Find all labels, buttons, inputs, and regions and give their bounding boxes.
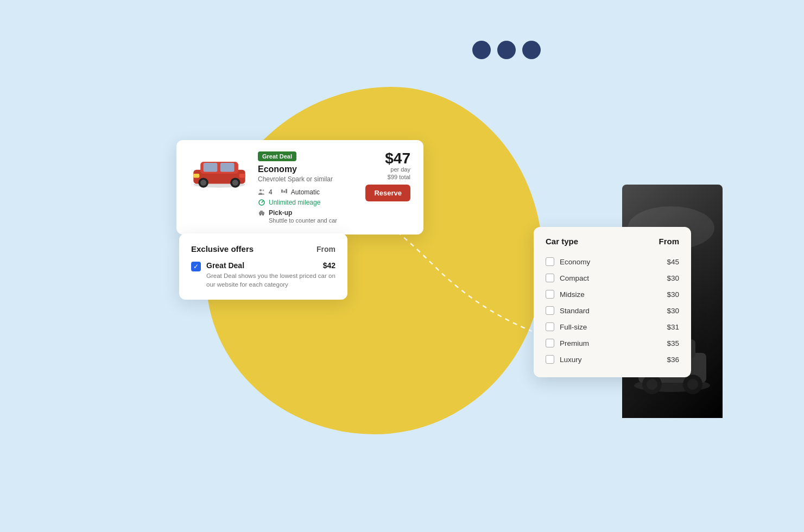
offer-description: Great Deal shows you the lowest priced c… xyxy=(206,271,335,289)
midsize-price: $30 xyxy=(667,290,679,299)
reserve-button[interactable]: Reserve xyxy=(365,185,410,201)
economy-card-content: Great Deal Economy Chevrolet Spark or si… xyxy=(258,151,353,224)
offers-title: Exclusive offers xyxy=(191,244,254,254)
midsize-checkbox[interactable] xyxy=(546,290,554,299)
compact-label: Compact xyxy=(560,274,589,282)
car-svg xyxy=(189,154,249,189)
pickup-label: Pick-up xyxy=(269,209,292,217)
svg-rect-20 xyxy=(281,189,283,193)
filter-title: Car type xyxy=(546,237,578,246)
svg-rect-22 xyxy=(286,189,287,193)
transmission-icon xyxy=(280,188,288,196)
car-image xyxy=(189,151,249,192)
offers-header: Exclusive offers From xyxy=(191,244,335,254)
price-section: $47 per day $99 total Reserve xyxy=(362,151,410,201)
fullsize-checkbox[interactable] xyxy=(546,322,554,331)
luxury-label: Luxury xyxy=(560,356,582,364)
pickup-icon xyxy=(258,209,265,217)
filter-left-midsize: Midsize xyxy=(546,290,585,299)
price-amount: $47 xyxy=(385,151,410,166)
car-features: 4 Automatic Unlimited mileage xyxy=(258,188,353,224)
filter-left-premium: Premium xyxy=(546,339,589,347)
offer-name: Great Deal xyxy=(206,261,244,270)
svg-rect-21 xyxy=(283,191,285,193)
svg-point-27 xyxy=(262,214,264,216)
svg-point-13 xyxy=(200,180,206,186)
svg-rect-11 xyxy=(220,163,235,172)
filter-header: Car type From xyxy=(546,237,679,246)
dot-2[interactable] xyxy=(497,41,516,59)
filter-row-compact: Compact $30 xyxy=(546,270,679,286)
transmission-type: Automatic xyxy=(291,188,320,196)
filter-row-standard: Standard $30 xyxy=(546,302,679,319)
luxury-price: $36 xyxy=(667,356,679,364)
passenger-count: 4 xyxy=(269,188,273,196)
svg-point-26 xyxy=(259,214,261,216)
filter-left-compact: Compact xyxy=(546,274,589,282)
offer-item-great-deal: ✓ Great Deal $42 Great Deal shows you th… xyxy=(191,261,335,289)
filter-row-premium: Premium $35 xyxy=(546,335,679,351)
feature-mileage: Unlimited mileage xyxy=(258,199,353,206)
offer-price: $42 xyxy=(323,261,335,270)
offers-from-label: From xyxy=(316,245,335,254)
filter-left-fullsize: Full-size xyxy=(546,322,587,331)
compact-checkbox[interactable] xyxy=(546,274,554,282)
svg-point-15 xyxy=(232,180,238,186)
car-name: Economy xyxy=(258,164,353,174)
dot-1[interactable] xyxy=(472,41,491,59)
svg-point-18 xyxy=(259,189,262,192)
feature-passengers: 4 Automatic xyxy=(258,188,353,196)
great-deal-checkbox[interactable]: ✓ xyxy=(191,262,201,271)
car-subtitle: Chevrolet Spark or similar xyxy=(258,175,353,183)
fullsize-label: Full-size xyxy=(560,323,587,331)
economy-label: Economy xyxy=(560,258,590,266)
filter-left-luxury: Luxury xyxy=(546,355,582,364)
economy-price: $45 xyxy=(667,258,679,266)
svg-point-4 xyxy=(647,379,657,390)
filter-row-midsize: Midsize $30 xyxy=(546,286,679,302)
pickup-subtitle: Shuttle to counter and car xyxy=(258,217,337,224)
people-icon xyxy=(258,188,265,196)
standard-price: $30 xyxy=(667,307,679,315)
offer-name-row: Great Deal $42 xyxy=(206,261,335,270)
filter-row-fullsize: Full-size $31 xyxy=(546,319,679,335)
feature-pickup: Pick-up Shuttle to counter and car xyxy=(258,209,353,224)
fullsize-price: $31 xyxy=(667,323,679,331)
filter-row-luxury: Luxury $36 xyxy=(546,351,679,368)
great-deal-badge: Great Deal xyxy=(258,151,296,161)
standard-checkbox[interactable] xyxy=(546,306,554,315)
svg-rect-10 xyxy=(204,163,218,172)
filter-row-economy: Economy $45 xyxy=(546,254,679,270)
price-total: $99 total xyxy=(385,174,410,180)
midsize-label: Midsize xyxy=(560,290,585,299)
filter-left-economy: Economy xyxy=(546,257,590,266)
premium-price: $35 xyxy=(667,339,679,347)
premium-label: Premium xyxy=(560,339,589,347)
luxury-checkbox[interactable] xyxy=(546,355,554,364)
standard-label: Standard xyxy=(560,307,590,315)
price-per-day: per day xyxy=(385,166,410,173)
dot-3[interactable] xyxy=(522,41,541,59)
navigation-dots xyxy=(472,41,541,59)
svg-point-6 xyxy=(687,379,698,390)
car-type-filter-card: Car type From Economy $45 Compact $30 Mi… xyxy=(534,227,691,377)
economy-car-card: Great Deal Economy Chevrolet Spark or si… xyxy=(176,140,423,235)
svg-rect-25 xyxy=(260,211,263,212)
svg-point-19 xyxy=(263,189,264,191)
mileage-text: Unlimited mileage xyxy=(269,199,320,206)
svg-rect-16 xyxy=(193,174,199,178)
offer-details: Great Deal $42 Great Deal shows you the … xyxy=(206,261,335,289)
compact-price: $30 xyxy=(667,274,679,282)
filter-from-label: From xyxy=(659,237,680,246)
checkmark-icon: ✓ xyxy=(193,263,199,270)
filter-left-standard: Standard xyxy=(546,306,590,315)
svg-rect-17 xyxy=(239,174,245,178)
exclusive-offers-card: Exclusive offers From ✓ Great Deal $42 G… xyxy=(179,233,347,300)
mileage-icon xyxy=(258,199,265,206)
premium-checkbox[interactable] xyxy=(546,339,554,347)
economy-checkbox[interactable] xyxy=(546,257,554,266)
